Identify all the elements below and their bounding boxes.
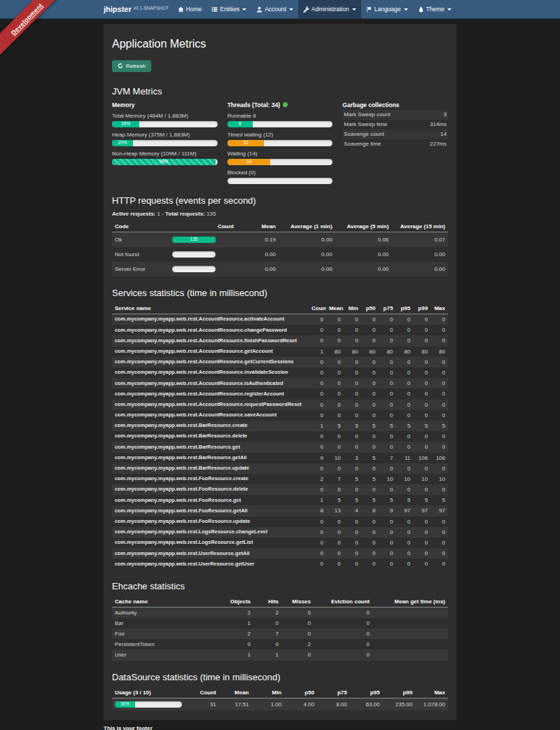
total-requests-label: Total requests: [165, 211, 205, 217]
service-value-cell: 0 [326, 314, 344, 325]
service-row: com.mycompany.myapp.web.rest.FooResource… [112, 474, 448, 484]
nav-item-home[interactable]: Home [173, 0, 207, 18]
nav-item-language[interactable]: Language [361, 0, 413, 18]
http-value-cell: 0.00 [237, 262, 279, 276]
brand-link[interactable]: jhipster v0.1-SNAPSHOT [104, 0, 169, 18]
service-value-cell: 1 [309, 495, 326, 505]
metric-label: Runnable 8 [227, 113, 333, 119]
caret-down-icon [447, 8, 451, 10]
service-value-cell: 80 [430, 346, 448, 357]
service-name-cell: com.mycompany.myapp.web.rest.AccountReso… [112, 410, 309, 421]
service-value-cell: 0 [413, 484, 430, 495]
http-value-cell: 0.07 [391, 232, 448, 247]
cache-name-cell: PersistentToken [112, 639, 217, 650]
nav-item-administration[interactable]: Administration [298, 0, 361, 18]
service-value-cell: 0 [309, 378, 326, 388]
service-value-cell: 0 [413, 538, 430, 548]
nav-item-account[interactable]: Account [251, 0, 298, 18]
progress-fill: 20% [112, 140, 133, 146]
service-row: com.mycompany.myapp.web.rest.BarResource… [112, 453, 448, 463]
column-header: Mean [219, 687, 252, 699]
service-value-cell: 5 [326, 495, 344, 505]
service-value-cell: 0 [361, 400, 379, 410]
service-value-cell: 0 [361, 442, 379, 452]
progress-bar: 20% [112, 140, 218, 146]
gc-metric-value: 314ms [430, 121, 447, 127]
service-row: com.mycompany.myapp.web.rest.UserResourc… [112, 559, 448, 569]
service-value-cell: 0 [430, 357, 448, 367]
service-value-cell: 0 [344, 548, 361, 559]
service-value-cell: 0 [430, 484, 448, 495]
progress-fill: 26% [112, 121, 139, 127]
progress-fill: 12 [227, 140, 265, 146]
service-value-cell: 5 [396, 495, 413, 505]
main-content: Application Metrics Refresh JVM Metrics … [104, 24, 456, 720]
nav-item-label: Administration [312, 6, 349, 13]
cache-name-cell: User [112, 650, 217, 660]
cache-value-cell: 1 [217, 650, 253, 660]
service-value-cell: 0 [396, 538, 413, 548]
brand-version: v0.1-SNAPSHOT [134, 6, 169, 10]
service-value-cell: 0 [379, 442, 396, 452]
service-value-cell: 80 [379, 346, 396, 357]
threads-status-icon[interactable] [283, 102, 288, 107]
progress-bar: 12 [227, 140, 333, 146]
service-value-cell: 0 [430, 314, 448, 325]
service-value-cell: 5 [379, 421, 396, 431]
service-value-cell: 0 [326, 378, 344, 388]
service-value-cell: 0 [396, 527, 413, 538]
column-header: Max [430, 303, 448, 314]
service-value-cell: 0 [326, 548, 344, 559]
service-value-cell: 9 [309, 453, 326, 463]
service-value-cell: 10 [326, 453, 344, 463]
service-value-cell: 0 [326, 431, 344, 442]
flag-icon [366, 6, 372, 13]
nav-item-label: Language [374, 6, 401, 13]
progress-value-label: 30% [120, 702, 130, 707]
http-value-cell: 0.00 [279, 232, 335, 247]
service-value-cell: 0 [430, 410, 448, 421]
refresh-button-label: Refresh [126, 63, 146, 69]
http-code-cell: Not found [112, 247, 169, 262]
service-value-cell: 80 [396, 346, 413, 357]
progress-value-label: 8 [239, 122, 241, 127]
http-value-cell: 0.00 [279, 262, 335, 276]
gc-metric-label: Mark Sweep count [344, 111, 390, 118]
service-value-cell: 0 [379, 400, 396, 410]
gc-metric-label: Mark Sweep time [344, 121, 387, 127]
column-header: p99 [413, 303, 430, 314]
caret-down-icon [242, 8, 246, 10]
service-value-cell: 0 [430, 527, 448, 538]
service-row: com.mycompany.myapp.web.rest.FooResource… [112, 505, 448, 516]
column-header: Misses [281, 596, 314, 608]
service-value-cell: 0 [413, 400, 430, 410]
service-value-cell: 0 [361, 367, 379, 378]
table-header-row: Usage (3 / 10)CountMeanMinp50p75p95p99Ma… [112, 687, 448, 699]
services-statistics-table: Service nameCountMeanMinp50p75p95p99Max … [112, 303, 448, 570]
service-value-cell: 0 [344, 400, 361, 410]
progress-bar: 26% [112, 121, 218, 127]
service-value-cell: 5 [361, 453, 379, 463]
service-value-cell: 7 [326, 474, 344, 484]
jvm-metrics-row: Memory Total Memory (484M / 1,883M)26%He… [112, 101, 448, 184]
gc-heading: Garbage collections [342, 101, 448, 108]
nav-item-entities[interactable]: Entities [206, 0, 251, 18]
column-header: p75 [379, 303, 396, 314]
datasource-value-cell: 1.00 [252, 698, 285, 710]
service-value-cell: 0 [361, 538, 379, 548]
service-value-cell: 10 [379, 474, 396, 484]
service-value-cell: 97 [430, 505, 448, 516]
nav-item-theme[interactable]: Theme [413, 0, 456, 18]
cache-row: Authority2200 [112, 607, 448, 618]
progress-bar: 14 [227, 159, 333, 165]
service-value-cell: 0 [430, 367, 448, 378]
service-value-cell: 80 [361, 346, 379, 357]
service-value-cell: 0 [413, 325, 430, 335]
progress-bar [172, 266, 216, 272]
service-value-cell: 0 [309, 517, 326, 527]
refresh-button[interactable]: Refresh [112, 60, 151, 72]
progress-bar: 30% [115, 701, 182, 708]
service-value-cell: 0 [344, 559, 361, 569]
service-value-cell: 5 [344, 495, 361, 505]
service-value-cell: 13 [326, 505, 344, 516]
